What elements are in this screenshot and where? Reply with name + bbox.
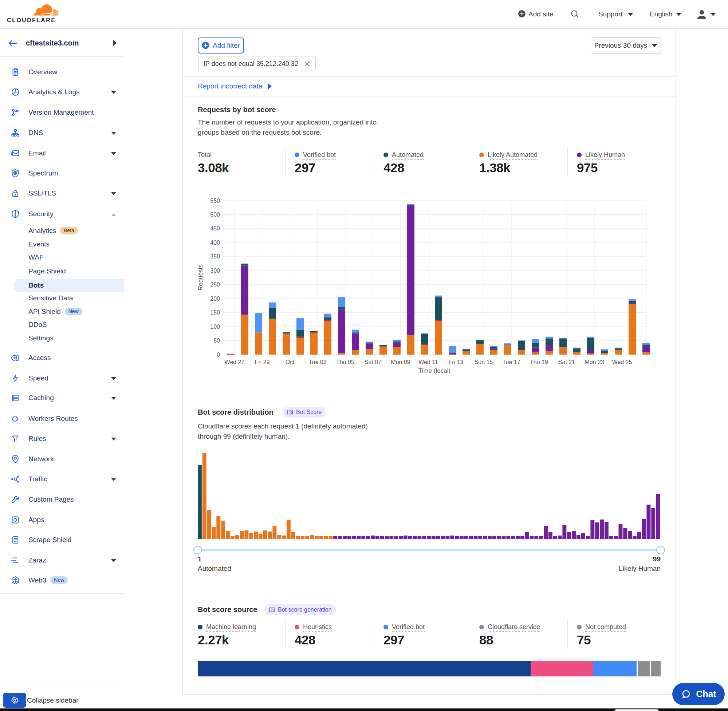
svg-text:Requests: Requests xyxy=(197,264,204,291)
svg-text:Time (local): Time (local) xyxy=(418,367,450,374)
svg-text:200: 200 xyxy=(210,296,220,302)
svg-text:Fri 13: Fri 13 xyxy=(449,359,464,365)
svg-text:400: 400 xyxy=(210,239,220,246)
svg-text:Wed 11: Wed 11 xyxy=(418,359,438,365)
svg-text:100: 100 xyxy=(210,324,220,330)
svg-text:0: 0 xyxy=(217,352,220,358)
svg-text:Thu 05: Thu 05 xyxy=(336,359,354,365)
svg-text:Thu 19: Thu 19 xyxy=(530,359,548,365)
svg-text:300: 300 xyxy=(210,268,220,274)
svg-text:550: 550 xyxy=(210,198,220,204)
svg-text:450: 450 xyxy=(210,225,220,232)
svg-text:250: 250 xyxy=(210,282,220,288)
svg-text:Sat 21: Sat 21 xyxy=(558,359,575,365)
svg-text:50: 50 xyxy=(213,338,220,344)
svg-text:Tue 03: Tue 03 xyxy=(309,359,326,365)
svg-text:Wed 25: Wed 25 xyxy=(612,359,632,365)
svg-text:150: 150 xyxy=(210,310,220,316)
svg-text:500: 500 xyxy=(210,211,220,218)
svg-text:Oct: Oct xyxy=(285,359,295,365)
svg-text:Sun 15: Sun 15 xyxy=(474,359,493,365)
svg-text:Wed 27: Wed 27 xyxy=(225,359,245,365)
svg-text:Mon 09: Mon 09 xyxy=(391,359,410,365)
svg-text:Sat 07: Sat 07 xyxy=(365,359,381,365)
svg-text:Tue 17: Tue 17 xyxy=(502,359,520,365)
svg-text:350: 350 xyxy=(210,254,220,260)
svg-text:Fri 29: Fri 29 xyxy=(255,359,270,365)
svg-text:Mon 23: Mon 23 xyxy=(585,359,604,365)
